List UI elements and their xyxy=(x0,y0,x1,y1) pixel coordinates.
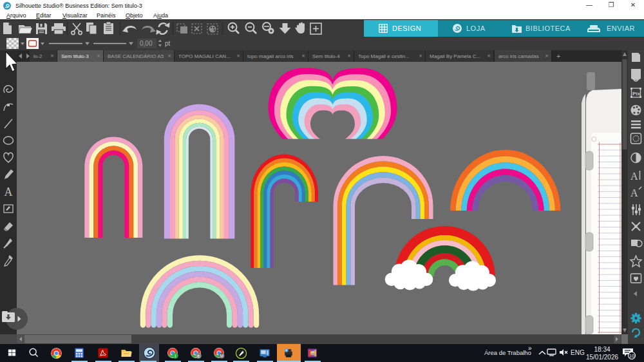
svg-text:0,00: 0,00 xyxy=(140,40,153,47)
svg-text:e: e xyxy=(197,354,200,358)
svg-text:pt: pt xyxy=(165,40,171,47)
svg-text:A: A xyxy=(5,186,13,198)
svg-text:M: M xyxy=(220,354,223,358)
svg-text:A: A xyxy=(630,171,638,182)
svg-text:60: 60 xyxy=(311,352,314,355)
svg-text:10: 10 xyxy=(629,353,634,359)
svg-text:A: A xyxy=(630,187,638,198)
svg-text:Pix: Pix xyxy=(632,91,641,97)
